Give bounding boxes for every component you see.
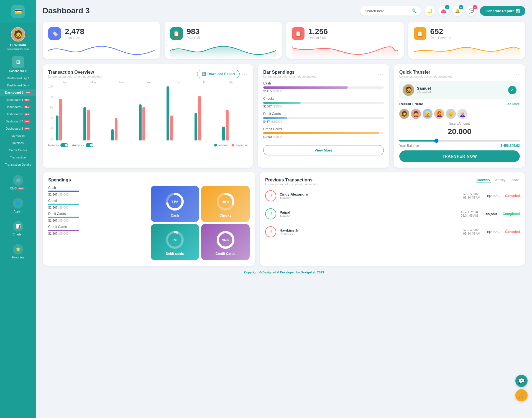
- day-sun: Sun: [63, 81, 68, 84]
- tx-type-2: Transfer: [280, 214, 291, 218]
- sidebar-item-dashboard-3[interactable]: Dashboard 3 New: [0, 89, 36, 96]
- search-input[interactable]: [365, 9, 409, 13]
- tab-weekly[interactable]: Weekly: [493, 178, 507, 183]
- sidebar-section-favorites[interactable]: ⭐ Favorites: [0, 242, 36, 261]
- bell-button[interactable]: 🔔 12: [452, 6, 463, 16]
- donut-cards: 71% Cash 30% Checks: [151, 186, 250, 260]
- friend-3[interactable]: 👱: [423, 109, 433, 119]
- expense-dot: [232, 144, 234, 147]
- friend-4[interactable]: 👩‍🦰: [434, 109, 444, 119]
- bar-spendings-more-button[interactable]: ···: [378, 71, 384, 77]
- friend-1[interactable]: 🧔: [399, 109, 409, 119]
- logo-icon: 💳: [11, 5, 25, 18]
- sidebar-section-charts[interactable]: 📊 Charts ›: [0, 219, 36, 238]
- spending-debit-total: /$10000: [271, 120, 282, 123]
- see-more-link[interactable]: See More: [505, 102, 520, 106]
- bar-salmon-wed: [142, 107, 145, 140]
- apps-icon: 🌐: [13, 198, 23, 209]
- spending-cash-amount: $1415: [263, 89, 272, 93]
- transfer-now-button[interactable]: TRANSFER NOW: [399, 150, 520, 162]
- spending-list-credit-name: Credit Cards: [48, 225, 147, 229]
- total-loan-wave: [48, 42, 155, 59]
- stat-cards: 🏷️ 2,478 Total Loan 📋 983 Paid EMI: [43, 22, 525, 59]
- dashboard-icon: ⊞: [12, 56, 24, 68]
- tab-today[interactable]: Today: [509, 178, 520, 183]
- bar-group-fri: [195, 96, 220, 140]
- bar-group-mon: [83, 107, 109, 140]
- sidebar-user: 🧔 Hi,William william@gmail.com: [0, 23, 36, 53]
- sidebar-item-dashboard-8[interactable]: Dashboard 8 New: [0, 125, 36, 132]
- moon-button[interactable]: 🌙: [424, 6, 435, 16]
- number-switch[interactable]: [60, 143, 68, 147]
- spending-checks-track: [263, 102, 384, 104]
- total-payment-number: 652: [430, 27, 451, 36]
- svg-text:5%: 5%: [172, 238, 177, 242]
- donut-cash[interactable]: 71% Cash: [151, 186, 199, 222]
- spending-list: Cash $1,567 /$5,000 Checks $1,567 /$5,00…: [48, 186, 147, 260]
- spending-list-checks: Checks $1,567 /$5,000: [48, 199, 147, 209]
- tx-date-2: June 4, 2020 05:34:45 AM: [460, 211, 478, 217]
- view-more-button[interactable]: View More: [263, 145, 384, 155]
- bar-teal-tue: [111, 129, 114, 140]
- cms-label: CMS: [10, 187, 17, 190]
- donut-credit[interactable]: 96% Credit Cards: [201, 224, 250, 260]
- transaction-overview-actions: ⬇️ Download Report ···: [197, 70, 248, 78]
- donut-debit[interactable]: 5% Debit cards: [151, 224, 199, 260]
- footer-brand: DexignLab: [301, 271, 316, 274]
- bar-spendings-title: Bar Spendings: [263, 70, 318, 75]
- day-mon: Mon: [90, 81, 96, 84]
- message-button[interactable]: 💬 5: [466, 6, 477, 16]
- bar-salmon-mon: [87, 110, 90, 140]
- download-report-label: Download Report: [208, 72, 235, 76]
- sidebar-item-dashboard-5[interactable]: Dashboard 5 New: [0, 103, 36, 111]
- transaction-row-3: ↺ Hawkins Jr. Cashback June 4, 2020 05:3…: [265, 223, 520, 241]
- spending-cash: Cash $1415 /$2000: [263, 81, 384, 93]
- sidebar-item-invoices[interactable]: Invoices: [0, 139, 36, 147]
- bar-group-sat: [222, 110, 248, 140]
- donut-checks[interactable]: 30% Checks: [201, 186, 250, 222]
- svg-text:30%: 30%: [222, 200, 229, 204]
- sidebar-item-dashboard-dark[interactable]: Dashboard Dark: [0, 82, 36, 89]
- wallet-button[interactable]: 👛 2: [438, 6, 449, 16]
- bar-teal-fri: [195, 113, 197, 140]
- fab-cart[interactable]: 🛒: [515, 389, 528, 401]
- quick-transfer-more-button[interactable]: ···: [514, 71, 520, 77]
- friend-5[interactable]: 👴: [446, 109, 456, 119]
- more-options-button[interactable]: ···: [242, 71, 248, 77]
- tx-status-1: Canceled: [505, 194, 520, 198]
- sidebar-item-dashboard-light[interactable]: Dashboard Light: [0, 75, 36, 82]
- day-wed: Wed: [147, 81, 152, 84]
- sidebar-item-dashboard-6[interactable]: Dashboard 6 New: [0, 111, 36, 118]
- sidebar-section-cms[interactable]: ⚙️ CMS New ›: [0, 173, 36, 192]
- friend-6[interactable]: 👩‍🦳: [457, 109, 467, 119]
- sidebar-item-dashboard-7[interactable]: Dashboard 7 New: [0, 118, 36, 125]
- paid-emi-icon: 📋: [170, 27, 183, 40]
- tab-monthly[interactable]: Monthly: [476, 178, 491, 183]
- download-report-button[interactable]: ⬇️ Download Report: [197, 70, 240, 78]
- analytics-switch[interactable]: [86, 143, 93, 147]
- cms-icon: ⚙️: [13, 175, 23, 186]
- total-payment-wave: [414, 42, 520, 59]
- y-axis: 100806040200: [48, 85, 53, 140]
- sidebar-item-dashboard-4[interactable]: Dashboard 4 New: [0, 96, 36, 103]
- amount-slider[interactable]: [399, 140, 520, 142]
- spending-debit-amount: $487: [263, 120, 270, 123]
- sidebar-item-transaction[interactable]: Transaction: [0, 154, 36, 161]
- donut-debit-chart: 5%: [165, 230, 185, 250]
- day-sat: Sat: [229, 81, 233, 84]
- generate-report-button[interactable]: Generate Report 📊: [480, 6, 525, 16]
- search-icon: 🔍: [411, 8, 417, 13]
- total-payment-label: Total Payment: [430, 36, 451, 40]
- friend-2[interactable]: 👩: [411, 109, 421, 119]
- message-badge: 5: [473, 5, 477, 9]
- page-title: Dashboard 3: [43, 6, 90, 15]
- sidebar-item-transaction-details[interactable]: Transaction Details: [0, 161, 36, 168]
- sidebar: 💳 🧔 Hi,William william@gmail.com ⊞ Dashb…: [0, 0, 36, 418]
- generate-report-label: Generate Report: [485, 9, 514, 13]
- fab-support[interactable]: 💬: [515, 375, 528, 387]
- sidebar-item-my-wallet[interactable]: My Wallet: [0, 132, 36, 139]
- spending-list-debit: Debit Cards $1,567 /$5,000: [48, 212, 147, 222]
- sidebar-item-cards-center[interactable]: Cards Center: [0, 147, 36, 154]
- insert-amount-label: Insert Amount: [399, 122, 520, 125]
- sidebar-section-apps[interactable]: 🌐 Apps ›: [0, 196, 36, 215]
